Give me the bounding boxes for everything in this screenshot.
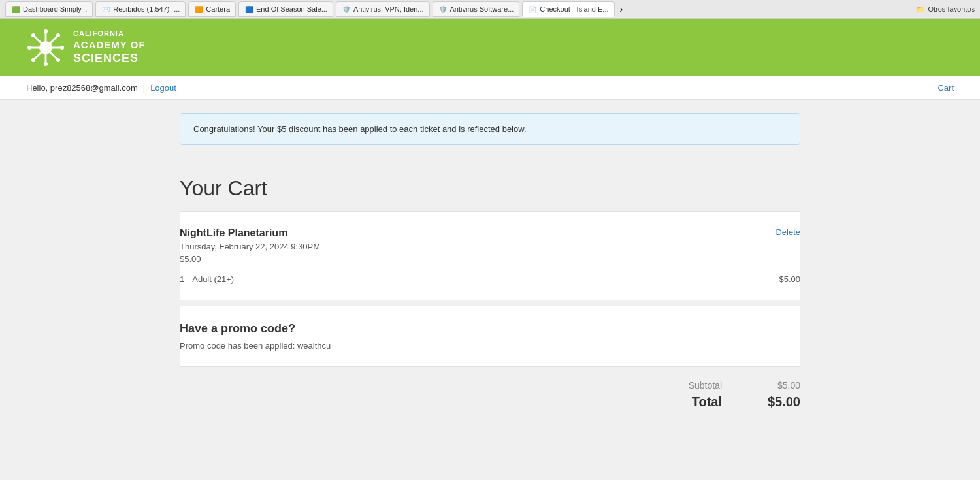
svg-point-6 bbox=[44, 62, 48, 66]
promo-section: Have a promo code? Promo code has been a… bbox=[180, 306, 800, 367]
tab-antivirus2-icon: 🛡️ bbox=[438, 5, 448, 14]
svg-point-8 bbox=[60, 46, 64, 50]
svg-point-5 bbox=[44, 29, 48, 33]
tab-endofseason[interactable]: 🟦 End Of Season Sale... bbox=[238, 1, 333, 17]
tab-dashboard[interactable]: 🟩 Dashboard Simply... bbox=[5, 1, 93, 17]
subtotal-row: Subtotal $5.00 bbox=[689, 380, 800, 391]
tab-antivirus2-label: Antivirus Software... bbox=[450, 5, 514, 13]
logo-text: CALIFORNIA ACADEMY OF SCIENCES bbox=[73, 29, 146, 66]
cart-title: Your Cart bbox=[180, 161, 800, 211]
user-bar-right: Cart bbox=[938, 83, 954, 93]
item-price: $5.00 bbox=[180, 254, 320, 264]
logo-sciences: SCIENCES bbox=[73, 51, 146, 66]
tab-more-button[interactable]: › bbox=[617, 4, 626, 14]
tab-antivirus1-icon: 🛡️ bbox=[342, 5, 351, 14]
user-greeting: Hello, prez82568@gmail.com bbox=[26, 83, 138, 93]
tab-dashboard-icon: 🟩 bbox=[11, 5, 20, 14]
site-header: CALIFORNIA ACADEMY OF SCIENCES bbox=[0, 19, 980, 76]
total-amount: $5.00 bbox=[761, 394, 800, 409]
discount-message: Congratulations! Your $5 discount has be… bbox=[193, 124, 527, 134]
cart-item-details: NightLife Planetarium Thursday, February… bbox=[180, 227, 320, 264]
item-title: NightLife Planetarium bbox=[180, 227, 320, 239]
favorites-icon: 📁 bbox=[916, 5, 925, 14]
tab-cartera-label: Cartera bbox=[206, 5, 230, 13]
cart-link[interactable]: Cart bbox=[938, 83, 954, 93]
discount-banner: Congratulations! Your $5 discount has be… bbox=[180, 113, 800, 145]
tab-recibidos-label: Recibidos (1.547) -... bbox=[113, 5, 180, 13]
totals-section: Subtotal $5.00 Total $5.00 bbox=[180, 367, 800, 423]
tab-antivirus1-label: Antivirus, VPN, Iden... bbox=[353, 5, 424, 13]
tab-cartera[interactable]: 🟧 Cartera bbox=[188, 1, 236, 17]
tab-recibidos[interactable]: ✉️ Recibidos (1.547) -... bbox=[95, 1, 186, 17]
total-row: Total $5.00 bbox=[692, 394, 800, 409]
favorites-section: 📁 Otros favoritos bbox=[916, 5, 975, 14]
ticket-quantity: 1 bbox=[180, 274, 184, 284]
cart-item-header: NightLife Planetarium Thursday, February… bbox=[180, 227, 800, 264]
ticket-row: 1 Adult (21+) $5.00 bbox=[180, 274, 800, 284]
user-bar-left: Hello, prez82568@gmail.com | Logout bbox=[26, 83, 176, 93]
tab-checkout-label: Checkout - Island E... bbox=[540, 5, 608, 13]
promo-title: Have a promo code? bbox=[180, 322, 800, 336]
svg-point-11 bbox=[56, 33, 60, 37]
ticket-type: Adult (21+) bbox=[192, 274, 234, 284]
svg-point-9 bbox=[31, 33, 35, 37]
tab-antivirus1[interactable]: 🛡️ Antivirus, VPN, Iden... bbox=[336, 1, 430, 17]
logout-link[interactable]: Logout bbox=[150, 83, 176, 93]
item-date: Thursday, February 22, 2024 9:30PM bbox=[180, 242, 320, 251]
page-wrapper: CALIFORNIA ACADEMY OF SCIENCES Hello, pr… bbox=[0, 19, 980, 480]
svg-point-10 bbox=[56, 58, 60, 62]
ticket-amount: $5.00 bbox=[779, 274, 800, 284]
subtotal-amount: $5.00 bbox=[761, 380, 800, 391]
tab-endofseason-icon: 🟦 bbox=[244, 5, 253, 14]
tab-dashboard-label: Dashboard Simply... bbox=[23, 5, 87, 13]
main-content: Congratulations! Your $5 discount has be… bbox=[180, 100, 800, 449]
tab-endofseason-label: End Of Season Sale... bbox=[256, 5, 327, 13]
cart-item-section: NightLife Planetarium Thursday, February… bbox=[180, 211, 800, 300]
tab-recibidos-icon: ✉️ bbox=[101, 5, 110, 14]
total-label: Total bbox=[692, 394, 722, 409]
browser-tab-bar: 🟩 Dashboard Simply... ✉️ Recibidos (1.54… bbox=[0, 0, 980, 19]
user-bar: Hello, prez82568@gmail.com | Logout Cart bbox=[0, 76, 980, 100]
svg-point-7 bbox=[27, 46, 31, 50]
tab-checkout[interactable]: 📄 Checkout - Island E... bbox=[522, 1, 614, 17]
promo-applied: Promo code has been applied: wealthcu bbox=[180, 341, 800, 351]
delete-button[interactable]: Delete bbox=[776, 227, 800, 237]
favorites-label: Otros favoritos bbox=[928, 5, 975, 13]
logo-container: CALIFORNIA ACADEMY OF SCIENCES bbox=[26, 28, 146, 67]
tab-antivirus2[interactable]: 🛡️ Antivirus Software... bbox=[433, 1, 520, 17]
logo-california: CALIFORNIA bbox=[73, 29, 146, 38]
svg-point-12 bbox=[31, 58, 35, 62]
subtotal-label: Subtotal bbox=[689, 380, 722, 391]
ticket-row-left: 1 Adult (21+) bbox=[180, 274, 234, 284]
logo-academy: ACADEMY OF bbox=[73, 39, 146, 52]
user-bar-separator: | bbox=[143, 83, 145, 93]
cas-logo-icon bbox=[26, 28, 65, 67]
tab-checkout-icon: 📄 bbox=[528, 5, 537, 14]
tab-cartera-icon: 🟧 bbox=[194, 5, 203, 14]
